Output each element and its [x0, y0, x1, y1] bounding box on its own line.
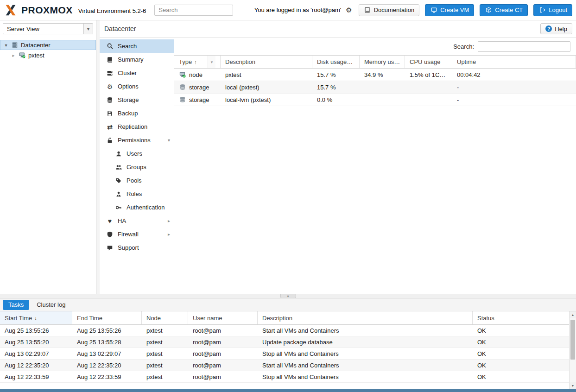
nav-item-label: Authentication: [127, 204, 165, 211]
column-header-user-name[interactable]: User name: [188, 311, 258, 324]
nav-item-cluster[interactable]: Cluster: [100, 66, 174, 80]
task-row[interactable]: Aug 12 22:33:59 Aug 12 22:33:59 pxtest r…: [0, 371, 569, 383]
column-header-status[interactable]: Status: [473, 311, 569, 324]
column-header-description[interactable]: Description: [258, 311, 473, 324]
task-row[interactable]: Aug 13 02:29:07 Aug 13 02:29:07 pxtest r…: [0, 348, 569, 360]
documentation-button[interactable]: Documentation: [359, 4, 419, 16]
vertical-splitter[interactable]: [96, 20, 100, 294]
cell-description: Stop all VMs and Containers: [258, 373, 473, 380]
nav-item-pools[interactable]: Pools: [100, 174, 174, 187]
nav-item-label: Options: [118, 83, 139, 90]
storage-database-icon: [106, 96, 114, 104]
cell-status: OK: [473, 350, 569, 357]
key-icon: [115, 204, 122, 211]
tree-expander-icon[interactable]: ▸: [11, 53, 16, 58]
bottom-edge-strip: [0, 389, 576, 392]
search-result-row[interactable]: storage local-lvm (pxtest) 0.0 % -: [174, 94, 576, 106]
cell-status: OK: [473, 362, 569, 369]
cell-start-time: Aug 25 13:55:20: [0, 339, 72, 346]
nav-item-groups[interactable]: Groups: [100, 160, 174, 174]
nav-item-backup[interactable]: Backup: [100, 107, 174, 120]
replication-arrows-icon: ⇄: [106, 123, 114, 131]
nav-item-ha[interactable]: ♥ HA ▸: [100, 214, 174, 228]
tree-item-datacenter[interactable]: ▾ Datacenter: [0, 40, 96, 50]
chevron-down-icon: ▾: [168, 138, 170, 143]
cell-user-name: root@pam: [188, 373, 258, 380]
cell-type: node: [189, 71, 203, 78]
collapse-panel-handle[interactable]: ▾: [280, 294, 296, 298]
nav-item-users[interactable]: Users: [100, 147, 174, 160]
tree-expander-icon[interactable]: ▾: [3, 43, 9, 48]
nav-item-firewall[interactable]: Firewall ▸: [100, 228, 174, 241]
tasks-header-row: Start Time ↓ End Time Node User name Des…: [0, 311, 569, 325]
tab-cluster-log[interactable]: Cluster log: [31, 300, 71, 310]
combo-dropdown-trigger[interactable]: ▾: [83, 24, 93, 34]
help-button[interactable]: ? Help: [540, 23, 572, 34]
scrollbar-thumb[interactable]: [570, 320, 575, 360]
tab-tasks[interactable]: Tasks: [3, 300, 29, 310]
scroll-down-icon[interactable]: ▼: [570, 382, 576, 389]
search-result-row[interactable]: node pxtest 15.7 % 34.9 % 1.5% of 1C… 00…: [174, 69, 576, 81]
column-header-start-time[interactable]: Start Time ↓: [0, 311, 72, 324]
column-header-uptime[interactable]: Uptime: [452, 56, 503, 68]
column-header-cpu-usage[interactable]: CPU usage: [405, 56, 452, 68]
storage-database-icon: [179, 96, 186, 103]
nav-item-search[interactable]: Search: [100, 39, 174, 53]
column-label: Uptime: [457, 58, 476, 65]
task-row[interactable]: Aug 25 13:55:20 Aug 25 13:55:28 pxtest r…: [0, 336, 569, 348]
create-ct-button[interactable]: Create CT: [480, 4, 528, 16]
global-search-input[interactable]: [154, 5, 233, 16]
search-filter-input[interactable]: [478, 41, 570, 52]
user-settings-gear-icon[interactable]: ⚙: [346, 6, 352, 14]
cell-disk-usage: 15.7 %: [312, 81, 360, 93]
column-header-disk-usage[interactable]: Disk usage…: [312, 56, 360, 68]
tasks-grid: Start Time ↓ End Time Node User name Des…: [0, 311, 576, 389]
cell-description: pxtest: [221, 69, 312, 81]
cluster-servers-icon: [106, 70, 114, 77]
cell-description: Update package database: [258, 339, 473, 346]
sort-asc-icon: ↑: [194, 59, 197, 65]
help-icon: ?: [545, 25, 552, 32]
column-header-end-time[interactable]: End Time: [72, 311, 142, 324]
scroll-up-icon[interactable]: ▲: [570, 311, 576, 318]
create-vm-label: Create VM: [440, 6, 469, 13]
column-label: Type: [179, 58, 192, 65]
cell-user-name: root@pam: [188, 350, 258, 357]
column-header-description[interactable]: Description: [221, 56, 312, 68]
nav-item-permissions[interactable]: Permissions ▾: [100, 133, 174, 147]
nav-item-authentication[interactable]: Authentication: [100, 201, 174, 214]
nav-item-label: Users: [127, 150, 142, 157]
cell-node: pxtest: [142, 350, 188, 357]
nav-item-support[interactable]: Support: [100, 241, 174, 254]
tasks-tab-bar: Tasks Cluster log: [0, 298, 576, 311]
column-menu-trigger[interactable]: ▾: [208, 56, 215, 68]
version-label: Virtual Environment 5.2-6: [78, 7, 146, 14]
create-vm-button[interactable]: Create VM: [425, 4, 474, 16]
users-group-icon: [115, 164, 122, 171]
tree-item-pxtest[interactable]: ▸ pxtest: [0, 50, 96, 60]
search-result-row[interactable]: storage local (pxtest) 15.7 % -: [174, 81, 576, 94]
horizontal-splitter[interactable]: ▾: [0, 294, 576, 298]
nav-item-replication[interactable]: ⇄ Replication: [100, 120, 174, 133]
column-label: Description: [262, 315, 292, 322]
column-header-type[interactable]: Type ↑ ▾: [174, 56, 221, 68]
column-header-memory-usage[interactable]: Memory us…: [360, 56, 405, 68]
nav-item-options[interactable]: ⚙ Options: [100, 80, 174, 93]
vertical-scrollbar[interactable]: ▲ ▼: [569, 311, 576, 389]
nav-item-label: Roles: [127, 190, 142, 197]
column-header-node[interactable]: Node: [142, 311, 188, 324]
cube-icon: [485, 6, 492, 14]
nav-item-storage[interactable]: Storage: [100, 93, 174, 107]
user-icon: [115, 150, 122, 158]
cell-description: local (pxtest): [221, 81, 312, 93]
scrollbar-track[interactable]: [570, 318, 576, 382]
nav-item-roles[interactable]: Roles: [100, 187, 174, 201]
nav-item-summary[interactable]: Summary: [100, 53, 174, 66]
book-icon: [106, 56, 114, 63]
logout-button[interactable]: Logout: [533, 4, 572, 16]
task-row[interactable]: Aug 12 22:35:20 Aug 12 22:35:20 pxtest r…: [0, 360, 569, 371]
view-selector-combo[interactable]: Server View ▾: [3, 23, 93, 34]
help-label: Help: [555, 25, 567, 32]
task-row[interactable]: Aug 25 13:55:26 Aug 25 13:55:26 pxtest r…: [0, 325, 569, 336]
proxmox-app: PROXMOX Virtual Environment 5.2-6 You ar…: [0, 0, 576, 392]
